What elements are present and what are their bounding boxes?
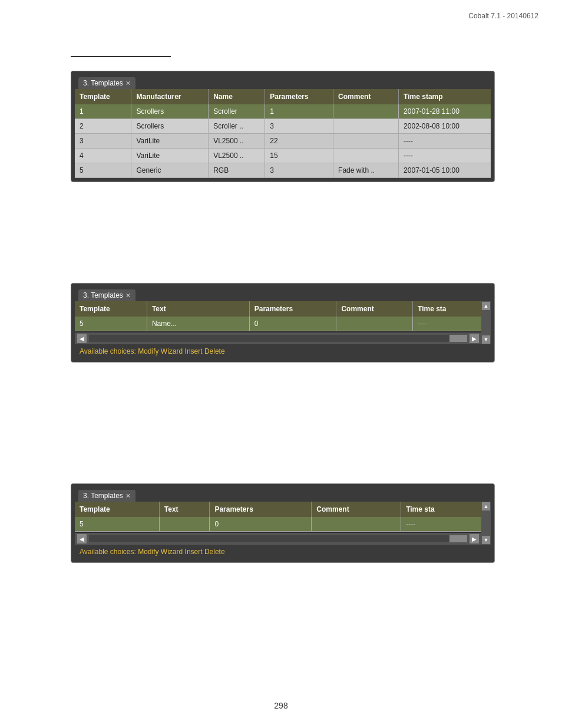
table-row[interactable]: 1 Scrollers Scroller 1 2007-01-28 11:00: [75, 104, 491, 119]
choices-delete[interactable]: Delete: [204, 347, 225, 355]
page-number: 298: [0, 701, 562, 710]
panel1-tab[interactable]: 3. Templates ✕: [78, 77, 135, 89]
panel2-body: Template Text Parameters Comment Time st…: [75, 301, 491, 344]
cell-parameters: 15: [265, 149, 333, 163]
panel2-col-parameters: Parameters: [249, 301, 336, 317]
cell-comment: [333, 149, 399, 163]
panel1-col-name: Name: [209, 89, 265, 104]
panel1-close-icon[interactable]: ✕: [125, 80, 131, 87]
panel3-cell-id: 5 ...: [75, 517, 159, 532]
panel3-col-parameters: Parameters: [210, 502, 312, 517]
cell-comment: Fade with ..: [333, 163, 399, 178]
cell-name: VL2500 ..: [209, 149, 265, 163]
panel1-inner: Template Manufacturer Name Parameters Co…: [75, 89, 491, 178]
panel2-header-row: Template Text Parameters Comment Time st…: [75, 301, 481, 317]
choices-wizard2[interactable]: Wizard: [161, 548, 183, 556]
panel2: 3. Templates ✕ Template Text Parameters …: [71, 283, 495, 363]
cell-id: 5: [75, 163, 131, 178]
cell-name: Scroller: [209, 104, 265, 119]
panel3-vscroll: ▲ ▼: [481, 502, 491, 545]
table-row[interactable]: 5 ... 0 ----: [75, 517, 481, 532]
panel3-table: Template Text Parameters Comment Time st…: [75, 502, 481, 532]
divider-line: [71, 56, 171, 57]
panel3-col-template: Template: [75, 502, 159, 517]
panel3-inner: Template Text Parameters Comment Time st…: [75, 502, 491, 559]
panel2-text-input[interactable]: [152, 319, 199, 328]
panel3-cell-comment: [312, 517, 401, 532]
cell-name: VL2500 ..: [209, 134, 265, 149]
panel2-col-text: Text: [147, 301, 249, 317]
choices-insert2[interactable]: Insert: [185, 548, 203, 556]
panel2-inner: Template Text Parameters Comment Time st…: [75, 301, 491, 358]
choices-wizard[interactable]: Wizard: [161, 347, 183, 355]
choices-label: Available choices:: [80, 347, 138, 355]
panel2-scroll-right-btn[interactable]: ▶: [470, 334, 479, 343]
cell-parameters: 1: [265, 104, 333, 119]
choices-delete2[interactable]: Delete: [204, 548, 225, 556]
panel2-col-comment: Comment: [336, 301, 413, 317]
panel2-hscroll: ◀ ▶: [75, 332, 481, 344]
choices-label2: Available choices:: [80, 548, 138, 556]
panel2-scroll-left-btn[interactable]: ◀: [77, 334, 87, 343]
panel2-table: Template Text Parameters Comment Time st…: [75, 301, 481, 331]
panel3-scroll-up-btn[interactable]: ▲: [482, 502, 490, 510]
panel2-tab[interactable]: 3. Templates ✕: [78, 289, 135, 301]
panel1-col-parameters: Parameters: [265, 89, 333, 104]
panel3-col-text: Text: [159, 502, 210, 517]
choices-modify[interactable]: Modify: [138, 347, 158, 355]
choices-insert[interactable]: Insert: [185, 347, 203, 355]
cell-manufacturer: Generic: [131, 163, 209, 178]
panel2-header-area: 3. Templates ✕: [71, 284, 494, 301]
cell-timestamp: 2007-01-28 11:00: [399, 104, 491, 119]
panel3-tab-label: 3. Templates: [83, 492, 123, 500]
panel3-cell-timestamp: ----: [401, 517, 481, 532]
panel3: 3. Templates ✕ Template Text Parameters …: [71, 483, 495, 563]
choices-modify2[interactable]: Modify: [138, 548, 158, 556]
panel3-ellipsis: ...: [85, 521, 91, 528]
table-row[interactable]: 3 VariLite VL2500 .. 22 ----: [75, 134, 491, 149]
panel3-close-icon[interactable]: ✕: [125, 492, 131, 500]
cell-parameters: 3: [265, 163, 333, 178]
panel3-choices-bar: Available choices: Modify Wizard Insert …: [75, 545, 491, 559]
cell-comment: [333, 104, 399, 119]
panel2-cell-text[interactable]: [147, 317, 249, 331]
cell-timestamp: ----: [399, 134, 491, 149]
table-row[interactable]: 5 Generic RGB 3 Fade with .. 2007-01-05 …: [75, 163, 491, 178]
table-row[interactable]: 5 0 ----: [75, 317, 481, 331]
panel2-scroll-thumb: [449, 335, 467, 342]
panel3-body: Template Text Parameters Comment Time st…: [75, 502, 491, 545]
panel3-hscroll: ◀ ▶: [75, 533, 481, 545]
cell-parameters: 3: [265, 119, 333, 134]
cell-timestamp: 2007-01-05 10:00: [399, 163, 491, 178]
panel1-col-template: Template: [75, 89, 131, 104]
panel3-table-area: Template Text Parameters Comment Time st…: [75, 502, 481, 545]
table-row[interactable]: 2 Scrollers Scroller .. 3 2002-08-08 10:…: [75, 119, 491, 134]
cell-manufacturer: VariLite: [131, 149, 209, 163]
panel2-col-template: Template: [75, 301, 147, 317]
panel2-scroll-down-btn[interactable]: ▼: [482, 335, 490, 344]
panel2-col-timestamp: Time sta: [413, 301, 481, 317]
panel1-tab-label: 3. Templates: [83, 79, 123, 87]
panel2-cell-params: 0: [249, 317, 336, 331]
panel2-close-icon[interactable]: ✕: [125, 292, 131, 299]
panel3-header-row: Template Text Parameters Comment Time st…: [75, 502, 481, 517]
panel3-cell-params: 0: [210, 517, 312, 532]
panel3-tab[interactable]: 3. Templates ✕: [78, 490, 135, 502]
panel2-scroll-track[interactable]: [89, 335, 467, 342]
panel3-scroll-down-btn[interactable]: ▼: [482, 536, 490, 544]
cell-id: 2: [75, 119, 131, 134]
cell-manufacturer: Scrollers: [131, 104, 209, 119]
panel3-scroll-track[interactable]: [89, 535, 467, 542]
panel3-scroll-right-btn[interactable]: ▶: [470, 534, 479, 543]
panel2-tbody: 5 0 ----: [75, 317, 481, 331]
cell-name: Scroller ..: [209, 119, 265, 134]
panel2-table-area: Template Text Parameters Comment Time st…: [75, 301, 481, 344]
cell-timestamp: 2002-08-08 10:00: [399, 119, 491, 134]
panel3-col-timestamp: Time sta: [401, 502, 481, 517]
panel3-scroll-thumb: [449, 535, 467, 542]
panel2-scroll-up-btn[interactable]: ▲: [482, 302, 490, 310]
panel3-scroll-left-btn[interactable]: ◀: [77, 534, 87, 543]
panel2-cell-comment: [336, 317, 413, 331]
cell-timestamp: ----: [399, 149, 491, 163]
table-row[interactable]: 4 VariLite VL2500 .. 15 ----: [75, 149, 491, 163]
